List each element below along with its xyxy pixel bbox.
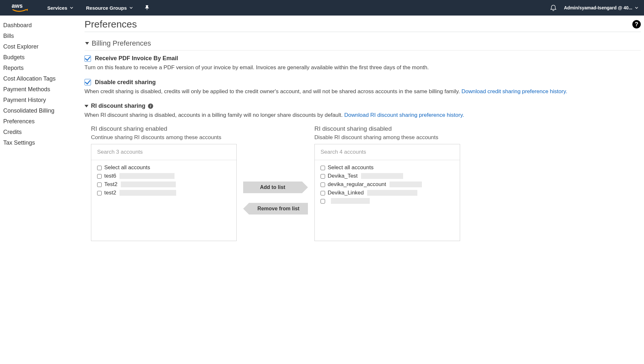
chevron-down-icon	[70, 6, 73, 9]
sidebar-item-consolidated-billing[interactable]: Consolidated Billing	[3, 105, 83, 116]
sidebar-item-tax-settings[interactable]: Tax Settings	[3, 138, 83, 148]
info-icon[interactable]: i	[148, 104, 153, 109]
list-item: Devika_Test	[321, 172, 454, 180]
account-name: Test2	[104, 181, 118, 188]
checkbox-account[interactable]	[97, 191, 102, 195]
add-to-list-label: Add to list	[243, 182, 302, 193]
chevron-down-icon	[130, 6, 133, 9]
remove-from-list-label: Remove from list	[249, 203, 308, 215]
section-ri-discount-sharing[interactable]: RI discount sharing i	[85, 103, 641, 109]
enabled-select-all-label: Select all accounts	[104, 164, 150, 171]
checkbox-account[interactable]	[321, 182, 325, 187]
nav-resource-groups-label: Resource Groups	[86, 5, 127, 11]
disabled-search-input[interactable]	[315, 144, 460, 160]
section-billing-preferences[interactable]: Billing Preferences	[85, 37, 641, 50]
pin-icon[interactable]	[144, 5, 150, 10]
account-name: Devika_Linked	[328, 190, 364, 196]
disabled-subtitle: Disable RI discount sharing among these …	[314, 134, 460, 141]
caret-down-icon	[85, 105, 88, 107]
list-item: Devika_Linked	[321, 189, 454, 197]
sidebar-item-payment-history[interactable]: Payment History	[3, 95, 83, 105]
enabled-title: RI discount sharing enabled	[91, 125, 237, 132]
top-nav: aws Services Resource Groups Admin/sya	[0, 0, 644, 16]
help-icon[interactable]: ?	[632, 20, 641, 28]
sidebar-item-budgets[interactable]: Budgets	[3, 52, 83, 63]
checkbox-account[interactable]	[321, 174, 325, 179]
sidebar-item-cost-allocation-tags[interactable]: Cost Allocation Tags	[3, 73, 83, 84]
sidebar-item-credits[interactable]: Credits	[3, 127, 83, 138]
account-name: test6	[104, 173, 116, 179]
label-pdf-invoice: Receive PDF Invoice By Email	[95, 55, 178, 62]
checkbox-account[interactable]	[321, 199, 325, 204]
label-ri-discount-sharing: RI discount sharing	[91, 103, 145, 109]
desc-pdf-invoice: Turn on this feature to receive a PDF ve…	[85, 64, 641, 72]
remove-from-list-button[interactable]: Remove from list	[243, 203, 308, 215]
desc-ri-discount-sharing: When RI discount sharing is disabled, ac…	[85, 112, 344, 118]
disabled-listbox: Select all accounts Devika_Test devika_r…	[314, 144, 460, 241]
account-name: Devika_Test	[328, 173, 358, 179]
list-item: Test2	[97, 180, 231, 189]
checkbox-account[interactable]	[97, 174, 102, 179]
add-to-list-button[interactable]: Add to list	[243, 182, 308, 193]
sidebar: Dashboard Bills Cost Explorer Budgets Re…	[0, 16, 83, 258]
user-menu[interactable]: Admin/syamad-Isengard @ 40...	[564, 5, 638, 10]
enabled-search-input[interactable]	[91, 144, 236, 160]
nav-services-label: Services	[47, 5, 67, 11]
checkbox-enabled-select-all[interactable]	[97, 166, 102, 170]
disabled-title: RI discount sharing disabled	[314, 125, 460, 132]
list-item: devika_regular_account	[321, 180, 454, 189]
checkbox-account[interactable]	[321, 191, 325, 195]
notifications-icon[interactable]	[550, 4, 557, 11]
account-id-redacted	[119, 173, 175, 179]
account-id-redacted	[361, 173, 403, 179]
svg-text:aws: aws	[12, 3, 23, 9]
disabled-select-all-label: Select all accounts	[328, 164, 374, 171]
list-item	[321, 197, 454, 205]
account-id-redacted	[367, 190, 417, 196]
sidebar-item-reports[interactable]: Reports	[3, 63, 83, 73]
account-name: devika_regular_account	[328, 181, 386, 188]
sidebar-item-cost-explorer[interactable]: Cost Explorer	[3, 41, 83, 52]
checkbox-pdf-invoice[interactable]	[85, 55, 91, 62]
checkbox-account[interactable]	[97, 182, 102, 187]
list-item: test2	[97, 189, 231, 197]
account-id-redacted	[331, 198, 370, 204]
user-label: Admin/syamad-Isengard @ 40...	[564, 5, 632, 10]
sidebar-item-payment-methods[interactable]: Payment Methods	[3, 84, 83, 95]
page-title: Preferences	[85, 19, 632, 30]
main-content: Preferences ? Billing Preferences Receiv…	[83, 16, 644, 258]
account-id-redacted	[390, 182, 422, 187]
nav-resource-groups[interactable]: Resource Groups	[84, 4, 135, 12]
sidebar-item-bills[interactable]: Bills	[3, 31, 83, 41]
checkbox-disabled-select-all[interactable]	[321, 166, 325, 170]
enabled-listbox: Select all accounts test6 Test2	[91, 144, 237, 241]
label-disable-credit-sharing: Disable credit sharing	[95, 79, 156, 86]
sidebar-item-preferences[interactable]: Preferences	[3, 116, 83, 127]
link-credit-sharing-history[interactable]: Download credit sharing preference histo…	[461, 88, 567, 94]
section-billing-preferences-label: Billing Preferences	[92, 39, 151, 48]
chevron-down-icon	[635, 6, 638, 9]
account-id-redacted	[119, 190, 176, 196]
enabled-subtitle: Continue sharing RI discounts among thes…	[91, 134, 237, 141]
account-id-redacted	[121, 182, 176, 187]
account-name: test2	[104, 190, 116, 196]
checkbox-disable-credit-sharing[interactable]	[85, 79, 91, 85]
link-ri-discount-history[interactable]: Download RI discount sharing preference …	[344, 112, 464, 118]
sidebar-item-dashboard[interactable]: Dashboard	[3, 20, 83, 31]
aws-logo[interactable]: aws	[3, 2, 36, 13]
desc-disable-credit-sharing: When credit sharing is disabled, credits…	[85, 88, 461, 94]
nav-services[interactable]: Services	[45, 4, 75, 12]
list-item: test6	[97, 172, 231, 180]
caret-down-icon	[85, 42, 89, 45]
